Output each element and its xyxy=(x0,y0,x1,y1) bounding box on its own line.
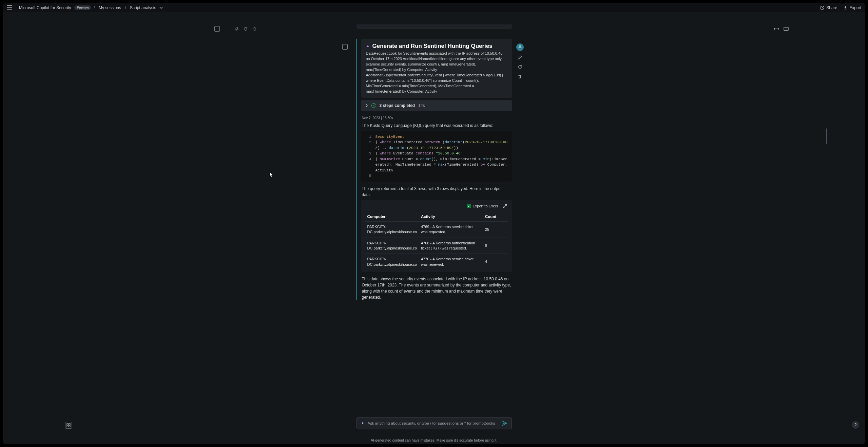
share-label: Share xyxy=(826,5,837,10)
col-count: Count xyxy=(483,212,507,222)
results-table-card: x Export to Excel Computer A xyxy=(361,200,512,272)
pin-button[interactable] xyxy=(516,43,524,51)
product-name: Microsoft Copilot for Security xyxy=(19,5,71,10)
chevron-down-icon[interactable] xyxy=(159,6,163,10)
svg-rect-4 xyxy=(69,426,70,427)
sparkle-icon: ✦ xyxy=(361,421,364,426)
svg-rect-1 xyxy=(67,424,68,425)
apps-button[interactable] xyxy=(65,422,72,429)
response-card: ✦ Generate and Run Sentinel Hunting Quer… xyxy=(356,39,512,300)
scrollbar-thumb[interactable] xyxy=(826,128,827,144)
export-label: Export xyxy=(849,5,861,10)
content-area: ✦ Generate and Run Sentinel Hunting Quer… xyxy=(39,13,829,444)
response-timestamp: Nov 7, 2023 | 15:30s xyxy=(361,116,512,120)
cell-activity: 4770 - A Kerberos service ticket was ren… xyxy=(419,254,483,270)
col-activity: Activity xyxy=(419,212,483,222)
code-block: 1SecurityEvent 2| where TimeGenerated be… xyxy=(361,131,512,182)
chevron-right-icon xyxy=(365,104,368,107)
export-excel-button[interactable]: x Export to Excel xyxy=(467,204,498,208)
breadcrumb-sep: / xyxy=(124,5,127,10)
expand-icon[interactable] xyxy=(503,204,507,208)
svg-rect-2 xyxy=(69,424,70,425)
send-icon[interactable] xyxy=(502,421,507,426)
card-checkbox[interactable] xyxy=(342,44,348,50)
results-table: Computer Activity Count PARKCITY-DC.park… xyxy=(365,212,508,270)
card-description: DataRequest:Look for SecurityEvents asso… xyxy=(366,51,507,94)
table-row: PARKCITY-DC.parkcity.alpineskihouse.co 4… xyxy=(365,238,508,254)
breadcrumb-sessions[interactable]: My sessions xyxy=(99,5,121,10)
summary-text: This data shows the security events asso… xyxy=(361,276,512,300)
preview-badge: Preview xyxy=(74,5,91,10)
steps-label: 3 steps completed xyxy=(380,103,415,108)
menu-icon[interactable] xyxy=(7,5,13,10)
cell-count: 9 xyxy=(483,238,507,254)
steps-row[interactable]: 3 steps completed 14s xyxy=(361,100,512,111)
cell-computer: PARKCITY-DC.parkcity.alpineskihouse.co xyxy=(365,238,419,254)
cell-count: 4 xyxy=(483,254,507,270)
table-row: PARKCITY-DC.parkcity.alpineskihouse.co 4… xyxy=(365,254,508,270)
export-excel-label: Export to Excel xyxy=(473,204,498,208)
col-computer: Computer xyxy=(365,212,419,222)
steps-time: 14s xyxy=(418,103,425,108)
table-row: PARKCITY-DC.parkcity.alpineskihouse.co 4… xyxy=(365,221,508,238)
top-bar: Microsoft Copilot for Security Preview /… xyxy=(3,3,865,13)
cell-computer: PARKCITY-DC.parkcity.alpineskihouse.co xyxy=(365,221,419,238)
kql-intro: The Kusto Query Language (KQL) query tha… xyxy=(361,123,512,129)
edit-icon[interactable] xyxy=(517,54,523,60)
breadcrumb-current[interactable]: Script analysis xyxy=(130,5,156,10)
prompt-bar: ✦ xyxy=(356,417,512,429)
cell-computer: PARKCITY-DC.parkcity.alpineskihouse.co xyxy=(365,254,419,270)
check-circle-icon xyxy=(371,103,376,108)
card-header: ✦ Generate and Run Sentinel Hunting Quer… xyxy=(361,39,512,98)
regenerate-icon[interactable] xyxy=(517,64,523,70)
svg-rect-3 xyxy=(67,426,68,427)
share-button[interactable]: Share xyxy=(820,5,837,10)
excel-icon: x xyxy=(467,204,471,208)
prompt-input[interactable] xyxy=(368,421,499,425)
breadcrumb-sep: / xyxy=(93,5,96,10)
card-title: Generate and Run Sentinel Hunting Querie… xyxy=(372,43,493,50)
delete-card-icon[interactable] xyxy=(517,73,523,79)
sparkle-icon: ✦ xyxy=(366,44,370,49)
previous-card-edge xyxy=(356,24,512,29)
help-button[interactable]: ? xyxy=(852,421,859,429)
cell-count: 25 xyxy=(483,221,507,238)
disclaimer-text: AI-generated content can have mistakes. … xyxy=(39,438,829,442)
cell-activity: 4768 - A Kerberos authentication ticket … xyxy=(419,238,483,254)
export-button[interactable]: Export xyxy=(843,5,861,10)
cell-activity: 4769 - A Kerberos service ticket was req… xyxy=(419,221,483,238)
result-intro: The query returned a total of 3 rows, wi… xyxy=(361,186,512,198)
